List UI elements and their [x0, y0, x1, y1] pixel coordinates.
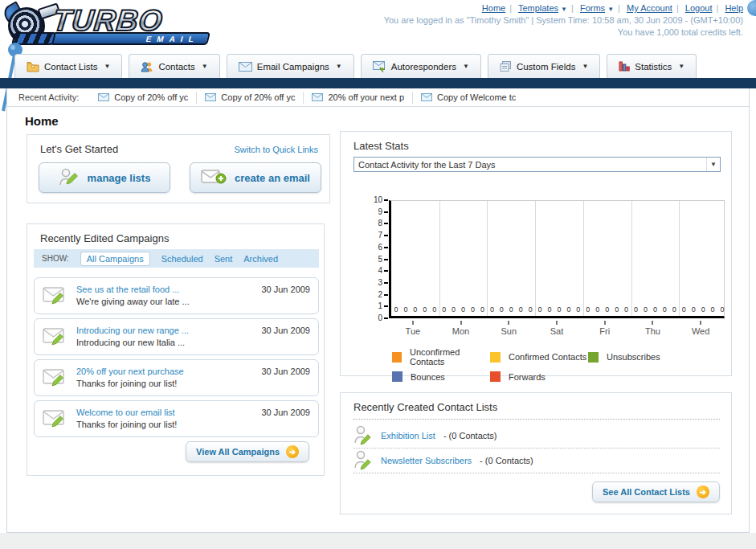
- tab-contacts[interactable]: Contacts ▼: [129, 54, 219, 78]
- filter-all-campaigns[interactable]: All Campaigns: [80, 252, 150, 266]
- contact-list-item[interactable]: Newsletter Subscribers - (0 Contacts): [353, 449, 720, 473]
- nav-home-link[interactable]: Home: [482, 3, 505, 13]
- header-right: Home| Templates ▼| Forms ▼| My Account| …: [384, 3, 743, 37]
- nav-templates-link[interactable]: Templates: [518, 3, 558, 13]
- recent-activity-label: Recent Activity:: [18, 92, 79, 102]
- filter-scheduled[interactable]: Scheduled: [161, 254, 203, 264]
- envelope-icon: [312, 93, 323, 101]
- envelope-icon: [205, 93, 216, 101]
- recent-activity-item[interactable]: 20% off your next p: [304, 92, 413, 104]
- bar-value-label: 0: [575, 305, 582, 313]
- legend-swatch: [588, 352, 599, 363]
- nav-forms-link[interactable]: Forms: [580, 3, 605, 13]
- bar-value-label: 0: [537, 305, 543, 313]
- envelope-pencil-icon: [43, 326, 68, 348]
- y-axis-tick: [384, 247, 388, 248]
- campaign-row[interactable]: Introducing our new range ... Introducin…: [34, 318, 319, 355]
- bar-value-label: 0: [422, 305, 428, 313]
- bar-value-label: 0: [623, 305, 630, 313]
- y-axis-tick: [384, 199, 388, 201]
- x-axis-tick: [460, 321, 462, 325]
- bar-value-label: 0: [412, 305, 419, 313]
- recent-activity-item[interactable]: Copy of 20% off yc: [90, 92, 197, 104]
- gridline: [439, 201, 440, 316]
- y-axis-label: 4: [365, 266, 382, 275]
- campaign-title-link[interactable]: See us at the retail food ...: [76, 285, 179, 294]
- x-axis-tick: [412, 321, 414, 325]
- arrow-right-icon: ➔: [286, 445, 299, 458]
- tab-statistics[interactable]: Statistics ▼: [607, 54, 697, 78]
- bar-value-label: 0: [652, 305, 658, 313]
- chevron-down-icon: ▼: [561, 6, 567, 13]
- bar-chart-icon: [619, 61, 630, 72]
- bar-value-label: 0: [479, 305, 485, 313]
- manage-lists-button[interactable]: manage lists: [39, 162, 170, 193]
- contact-list-count: - (0 Contacts): [480, 456, 533, 465]
- header: TURBO EMAIL Home| Templates ▼| Forms ▼| …: [0, 0, 756, 53]
- gridline: [487, 201, 488, 316]
- bar-value-label: 0: [546, 305, 553, 313]
- contact-list-link[interactable]: Exhibition List: [381, 431, 435, 440]
- envelope-icon: [239, 62, 252, 72]
- tab-custom-fields[interactable]: Custom Fields ▼: [488, 54, 600, 78]
- tab-email-campaigns[interactable]: Email Campaigns ▼: [227, 54, 354, 78]
- create-an-email-button[interactable]: create an email: [190, 162, 321, 193]
- chevron-down-icon: ▼: [607, 6, 614, 13]
- recent-activity-item[interactable]: Copy of 20% off yc: [197, 92, 304, 104]
- campaign-subtitle: We're giving away our late ...: [76, 297, 190, 306]
- contact-list-item[interactable]: Exhibition List - (0 Contacts): [353, 424, 720, 449]
- filter-archived[interactable]: Archived: [243, 254, 278, 264]
- legend-label: Unsubscribes: [607, 352, 660, 362]
- x-axis-tick: [508, 321, 509, 325]
- y-axis-label: 6: [365, 243, 382, 252]
- envelope-arrow-icon: [373, 61, 386, 72]
- nav-logout-link[interactable]: Logout: [685, 3, 713, 13]
- bar-value-label: 0: [633, 305, 640, 313]
- tab-label: Contact Lists: [44, 62, 97, 72]
- turbo-email-logo: TURBO EMAIL: [6, 2, 215, 47]
- campaign-date: 30 Jun 2009: [261, 285, 310, 294]
- bar-value-label: 0: [595, 305, 601, 313]
- tab-contact-lists[interactable]: Contact Lists ▼: [14, 54, 122, 78]
- x-axis-label: Fri: [581, 326, 629, 336]
- campaign-date: 30 Jun 2009: [261, 326, 310, 335]
- tab-label: Autoresponders: [391, 62, 456, 72]
- campaign-subtitle: Thanks for joining our list!: [76, 420, 177, 429]
- campaign-title-link[interactable]: Introducing our new range ...: [76, 326, 189, 335]
- legend-item: Bounces: [392, 371, 490, 382]
- switch-to-quick-links[interactable]: Switch to Quick Links: [234, 145, 318, 154]
- x-axis-tick: [700, 321, 701, 325]
- tab-autoresponders[interactable]: Autoresponders ▼: [361, 54, 481, 78]
- y-axis-label: 9: [365, 207, 382, 216]
- campaign-subtitle: Thanks for joining our list!: [76, 379, 177, 388]
- stats-dropdown[interactable]: Contact Activity for the Last 7 Days ▼: [353, 157, 721, 172]
- campaign-date: 30 Jun 2009: [261, 408, 310, 417]
- nav-my-account-link[interactable]: My Account: [627, 3, 672, 13]
- nav-help-link[interactable]: Help: [725, 3, 743, 13]
- stats-chart: 00000000000000000000000000000000000 0123…: [365, 196, 742, 349]
- contact-list-link[interactable]: Newsletter Subscribers: [381, 456, 472, 465]
- view-all-campaigns-button[interactable]: View All Campaigns ➔: [186, 441, 309, 462]
- campaign-row[interactable]: Welcome to our email list Thanks for joi…: [34, 400, 319, 437]
- stats-panel-title: Latest Stats: [353, 140, 409, 152]
- bar-value-label: 0: [719, 305, 725, 313]
- bar-value-label: 0: [680, 305, 687, 313]
- campaign-row[interactable]: See us at the retail food ... We're givi…: [34, 277, 319, 314]
- campaign-title-link[interactable]: 20% off your next purchase: [76, 367, 184, 376]
- see-all-contact-lists-button[interactable]: See All Contact Lists ➔: [592, 481, 720, 502]
- bar-value-label: 0: [508, 305, 514, 313]
- campaign-title-link[interactable]: Welcome to our email list: [76, 408, 175, 417]
- x-axis-label: Sat: [533, 326, 581, 336]
- person-pencil-icon: [353, 449, 373, 472]
- gridline: [631, 201, 632, 316]
- x-axis-tick: [604, 321, 606, 325]
- filter-sent[interactable]: Sent: [215, 254, 233, 264]
- campaign-row[interactable]: 20% off your next purchase Thanks for jo…: [34, 359, 319, 396]
- envelope-icon: [98, 93, 109, 101]
- folder-icon: [27, 61, 39, 72]
- legend-item: Unsubscribes: [588, 347, 725, 367]
- legend-swatch: [490, 371, 501, 382]
- stats-dropdown-value: Contact Activity for the Last 7 Days: [358, 160, 496, 170]
- page-bottom-strip: [0, 533, 756, 549]
- recent-activity-item[interactable]: Copy of Welcome tc: [413, 92, 524, 104]
